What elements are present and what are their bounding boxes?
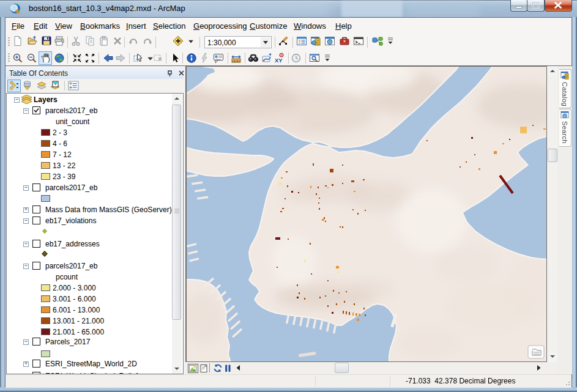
svg-text:XY: XY [275,57,283,64]
